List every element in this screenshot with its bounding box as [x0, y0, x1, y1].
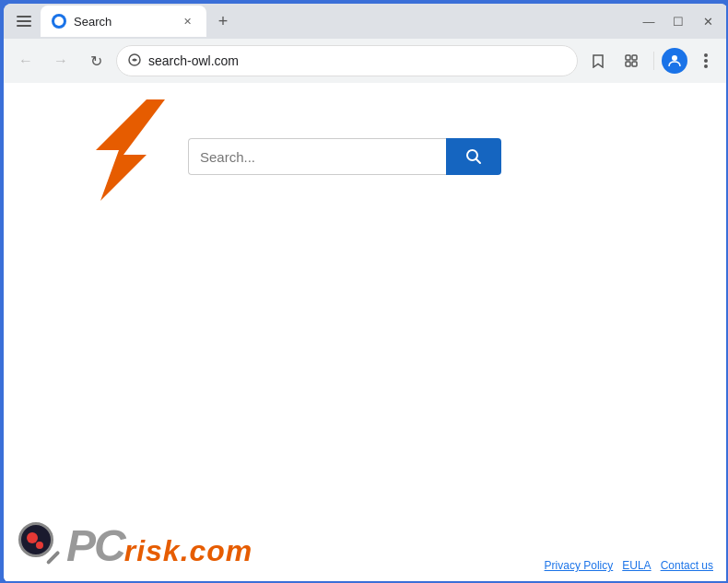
bookmark-button[interactable]	[583, 46, 613, 76]
contact-us-link[interactable]: Contact us	[661, 559, 713, 572]
nav-actions	[583, 46, 721, 76]
new-tab-button[interactable]: +	[210, 8, 236, 34]
search-input[interactable]	[188, 138, 446, 175]
browser-window: Search ✕ + — ☐ ✕ ← → ↻	[4, 4, 728, 583]
tab-close-button[interactable]: ✕	[179, 13, 195, 29]
search-area	[188, 138, 501, 175]
minimize-button[interactable]: —	[636, 8, 662, 34]
svg-rect-0	[17, 16, 31, 17]
footer-links: Privacy Policy EULA Contact us	[545, 559, 713, 576]
pcrisk-pc-label: PC	[66, 524, 124, 568]
eula-link[interactable]: EULA	[622, 559, 651, 572]
title-bar: Search ✕ + — ☐ ✕	[4, 4, 728, 39]
svg-rect-5	[632, 55, 637, 60]
browser-menu-button[interactable]	[11, 8, 37, 34]
nav-divider	[653, 52, 654, 70]
arrow-indicator	[96, 99, 179, 204]
profile-button[interactable]	[662, 48, 687, 74]
svg-line-15	[476, 159, 481, 164]
svg-point-8	[672, 55, 677, 61]
tab-label: Search	[74, 15, 171, 29]
svg-rect-6	[626, 62, 630, 66]
forward-button[interactable]: →	[46, 46, 76, 76]
svg-rect-1	[17, 20, 31, 22]
tab-favicon	[52, 14, 66, 29]
svg-point-11	[704, 64, 708, 68]
pcrisk-magnifier-icon	[18, 522, 66, 570]
reload-button[interactable]: ↻	[81, 46, 111, 76]
pcrisk-logo: PC risk.com	[18, 517, 252, 576]
close-button[interactable]: ✕	[695, 8, 721, 34]
svg-rect-4	[626, 55, 630, 60]
back-button[interactable]: ←	[11, 46, 41, 76]
address-security-icon	[128, 53, 141, 69]
pcrisk-risk-label: risk.com	[124, 536, 253, 566]
svg-marker-13	[96, 99, 165, 201]
pcrisk-text: PC risk.com	[66, 524, 252, 568]
page-content: PC risk.com Privacy Policy EULA Contact …	[4, 83, 728, 583]
menu-button[interactable]	[691, 46, 721, 76]
extensions-button[interactable]	[616, 46, 646, 76]
maximize-button[interactable]: ☐	[665, 8, 691, 34]
svg-point-10	[704, 59, 708, 63]
svg-point-9	[704, 53, 708, 57]
address-input[interactable]	[148, 53, 566, 68]
address-bar[interactable]	[116, 45, 578, 76]
window-controls: — ☐ ✕	[636, 8, 721, 34]
svg-rect-7	[632, 62, 637, 66]
privacy-policy-link[interactable]: Privacy Policy	[545, 559, 614, 572]
active-tab[interactable]: Search ✕	[41, 6, 206, 37]
page-footer: PC risk.com Privacy Policy EULA Contact …	[4, 509, 728, 583]
svg-rect-2	[17, 25, 31, 27]
tab-group: Search ✕ +	[11, 6, 632, 37]
search-button[interactable]	[446, 138, 501, 175]
nav-bar: ← → ↻	[4, 39, 728, 83]
